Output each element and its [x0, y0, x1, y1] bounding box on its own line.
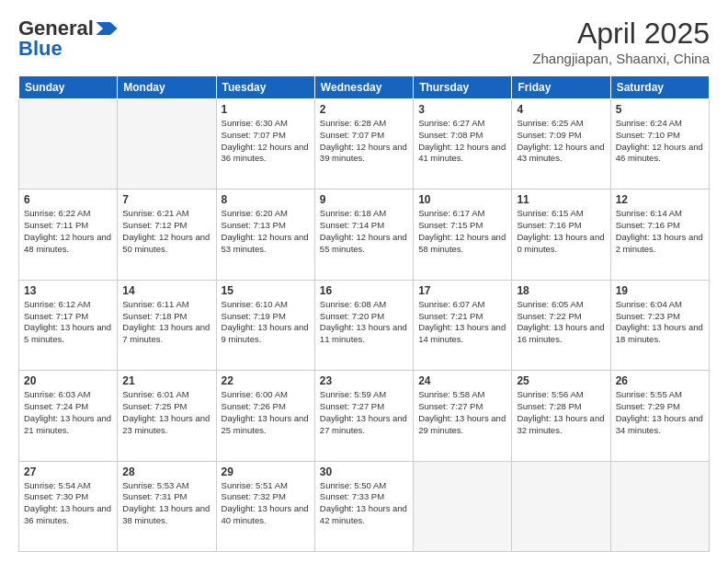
day-number: 24 — [418, 374, 506, 387]
calendar-cell: 6Sunrise: 6:22 AM Sunset: 7:11 PM Daylig… — [19, 190, 118, 280]
cell-info: Sunrise: 6:01 AM Sunset: 7:25 PM Dayligh… — [122, 389, 210, 436]
day-number: 11 — [517, 193, 605, 206]
cell-info: Sunrise: 6:11 AM Sunset: 7:18 PM Dayligh… — [122, 299, 210, 346]
calendar-cell: 1Sunrise: 6:30 AM Sunset: 7:07 PM Daylig… — [216, 99, 314, 190]
day-number: 12 — [616, 193, 704, 206]
calendar-cell: 24Sunrise: 5:58 AM Sunset: 7:27 PM Dayli… — [414, 371, 512, 461]
calendar-cell: 18Sunrise: 6:05 AM Sunset: 7:22 PM Dayli… — [512, 280, 610, 370]
day-number: 17 — [418, 284, 506, 297]
calendar-cell: 19Sunrise: 6:04 AM Sunset: 7:23 PM Dayli… — [610, 280, 709, 370]
weekday-header-wednesday: Wednesday — [314, 76, 413, 99]
day-number: 26 — [616, 374, 704, 387]
cell-info: Sunrise: 6:24 AM Sunset: 7:10 PM Dayligh… — [616, 118, 704, 165]
calendar-cell: 22Sunrise: 6:00 AM Sunset: 7:26 PM Dayli… — [216, 371, 314, 461]
weekday-header-friday: Friday — [512, 76, 610, 99]
cell-info: Sunrise: 6:00 AM Sunset: 7:26 PM Dayligh… — [222, 389, 310, 436]
cell-info: Sunrise: 6:14 AM Sunset: 7:16 PM Dayligh… — [616, 208, 704, 255]
day-number: 1 — [222, 103, 310, 116]
weekday-header-monday: Monday — [118, 76, 216, 99]
cell-info: Sunrise: 6:17 AM Sunset: 7:15 PM Dayligh… — [418, 208, 506, 255]
logo: General Blue — [18, 17, 118, 61]
day-number: 16 — [320, 284, 408, 297]
cell-info: Sunrise: 6:04 AM Sunset: 7:23 PM Dayligh… — [616, 299, 704, 346]
calendar-cell: 26Sunrise: 5:55 AM Sunset: 7:29 PM Dayli… — [610, 371, 709, 461]
day-number: 6 — [24, 193, 112, 206]
calendar-cell: 14Sunrise: 6:11 AM Sunset: 7:18 PM Dayli… — [118, 280, 216, 370]
cell-info: Sunrise: 5:50 AM Sunset: 7:33 PM Dayligh… — [320, 480, 408, 527]
calendar-cell — [512, 461, 610, 551]
cell-info: Sunrise: 5:58 AM Sunset: 7:27 PM Dayligh… — [418, 389, 506, 436]
cell-info: Sunrise: 5:51 AM Sunset: 7:32 PM Dayligh… — [222, 480, 310, 527]
calendar-cell — [610, 461, 709, 551]
cell-info: Sunrise: 5:54 AM Sunset: 7:30 PM Dayligh… — [24, 480, 112, 527]
cell-info: Sunrise: 6:27 AM Sunset: 7:08 PM Dayligh… — [418, 118, 506, 165]
cell-info: Sunrise: 5:53 AM Sunset: 7:31 PM Dayligh… — [122, 480, 210, 527]
calendar-cell: 27Sunrise: 5:54 AM Sunset: 7:30 PM Dayli… — [19, 461, 118, 551]
day-number: 18 — [517, 284, 605, 297]
calendar-cell — [118, 99, 216, 190]
cell-info: Sunrise: 6:08 AM Sunset: 7:20 PM Dayligh… — [320, 299, 408, 346]
day-number: 2 — [320, 103, 408, 116]
cell-info: Sunrise: 6:30 AM Sunset: 7:07 PM Dayligh… — [222, 118, 310, 165]
cell-info: Sunrise: 6:22 AM Sunset: 7:11 PM Dayligh… — [24, 208, 112, 255]
calendar-cell: 21Sunrise: 6:01 AM Sunset: 7:25 PM Dayli… — [118, 371, 216, 461]
calendar-cell: 20Sunrise: 6:03 AM Sunset: 7:24 PM Dayli… — [19, 371, 118, 461]
calendar-cell: 16Sunrise: 6:08 AM Sunset: 7:20 PM Dayli… — [314, 280, 413, 370]
day-number: 29 — [222, 465, 310, 478]
calendar-cell: 30Sunrise: 5:50 AM Sunset: 7:33 PM Dayli… — [314, 461, 413, 551]
cell-info: Sunrise: 6:10 AM Sunset: 7:19 PM Dayligh… — [222, 299, 310, 346]
calendar-cell: 3Sunrise: 6:27 AM Sunset: 7:08 PM Daylig… — [414, 99, 512, 190]
day-number: 27 — [24, 465, 112, 478]
cell-info: Sunrise: 5:56 AM Sunset: 7:28 PM Dayligh… — [517, 389, 605, 436]
cell-info: Sunrise: 6:12 AM Sunset: 7:17 PM Dayligh… — [24, 299, 112, 346]
calendar-cell: 5Sunrise: 6:24 AM Sunset: 7:10 PM Daylig… — [610, 99, 709, 190]
day-number: 19 — [616, 284, 704, 297]
day-number: 13 — [24, 284, 112, 297]
calendar-cell: 11Sunrise: 6:15 AM Sunset: 7:16 PM Dayli… — [512, 190, 610, 280]
calendar-cell: 28Sunrise: 5:53 AM Sunset: 7:31 PM Dayli… — [118, 461, 216, 551]
page: General Blue April 2025 Zhangjiapan, Sha… — [0, 0, 728, 563]
day-number: 5 — [616, 103, 704, 116]
title-block: April 2025 Zhangjiapan, Shaanxi, China — [532, 17, 710, 66]
calendar-cell: 8Sunrise: 6:20 AM Sunset: 7:13 PM Daylig… — [216, 190, 314, 280]
calendar-cell: 29Sunrise: 5:51 AM Sunset: 7:32 PM Dayli… — [216, 461, 314, 551]
calendar-cell: 4Sunrise: 6:25 AM Sunset: 7:09 PM Daylig… — [512, 99, 610, 190]
weekday-header-saturday: Saturday — [610, 76, 709, 99]
day-number: 14 — [122, 284, 210, 297]
calendar-cell: 9Sunrise: 6:18 AM Sunset: 7:14 PM Daylig… — [314, 190, 413, 280]
cell-info: Sunrise: 6:18 AM Sunset: 7:14 PM Dayligh… — [320, 208, 408, 255]
calendar-cell — [414, 461, 512, 551]
cell-info: Sunrise: 5:55 AM Sunset: 7:29 PM Dayligh… — [616, 389, 704, 436]
day-number: 8 — [222, 193, 310, 206]
cell-info: Sunrise: 6:21 AM Sunset: 7:12 PM Dayligh… — [122, 208, 210, 255]
day-number: 23 — [320, 374, 408, 387]
weekday-header-thursday: Thursday — [414, 76, 512, 99]
calendar-cell: 13Sunrise: 6:12 AM Sunset: 7:17 PM Dayli… — [19, 280, 118, 370]
cell-info: Sunrise: 6:15 AM Sunset: 7:16 PM Dayligh… — [517, 208, 605, 255]
logo-blue: Blue — [18, 37, 63, 61]
calendar-cell: 10Sunrise: 6:17 AM Sunset: 7:15 PM Dayli… — [414, 190, 512, 280]
weekday-header-sunday: Sunday — [19, 76, 118, 99]
day-number: 7 — [122, 193, 210, 206]
day-number: 15 — [222, 284, 310, 297]
day-number: 9 — [320, 193, 408, 206]
day-number: 22 — [222, 374, 310, 387]
cell-info: Sunrise: 6:03 AM Sunset: 7:24 PM Dayligh… — [24, 389, 112, 436]
calendar-cell: 7Sunrise: 6:21 AM Sunset: 7:12 PM Daylig… — [118, 190, 216, 280]
calendar-cell: 15Sunrise: 6:10 AM Sunset: 7:19 PM Dayli… — [216, 280, 314, 370]
svg-marker-0 — [96, 22, 117, 35]
logo-icon — [96, 22, 118, 35]
cell-info: Sunrise: 6:25 AM Sunset: 7:09 PM Dayligh… — [517, 118, 605, 165]
day-number: 3 — [418, 103, 506, 116]
header: General Blue April 2025 Zhangjiapan, Sha… — [18, 17, 710, 66]
month-title: April 2025 — [532, 17, 710, 51]
day-number: 10 — [418, 193, 506, 206]
day-number: 20 — [24, 374, 112, 387]
weekday-header-tuesday: Tuesday — [216, 76, 314, 99]
calendar-cell — [19, 99, 118, 190]
cell-info: Sunrise: 6:20 AM Sunset: 7:13 PM Dayligh… — [222, 208, 310, 255]
cell-info: Sunrise: 6:28 AM Sunset: 7:07 PM Dayligh… — [320, 118, 408, 165]
calendar-table: SundayMondayTuesdayWednesdayThursdayFrid… — [18, 75, 710, 552]
day-number: 4 — [517, 103, 605, 116]
day-number: 21 — [122, 374, 210, 387]
